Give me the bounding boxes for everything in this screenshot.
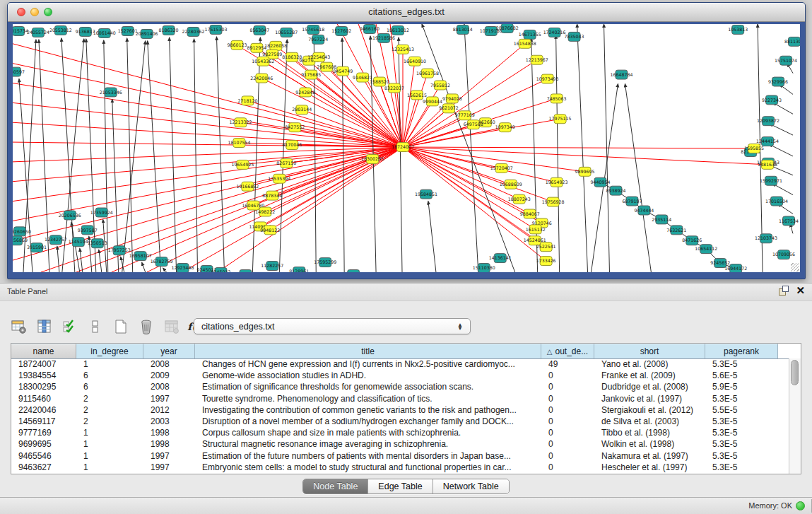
graph-node[interactable]: 18613012: [387, 25, 409, 35]
graph-node[interactable]: 1167534: [779, 216, 799, 226]
graph-node[interactable]: 10973493: [536, 74, 559, 83]
float-panel-icon[interactable]: [779, 286, 789, 296]
graph-node[interactable]: 19654923: [546, 177, 568, 187]
column-header-out_de[interactable]: △out_de...: [541, 344, 594, 358]
table-scrollbar[interactable]: [789, 358, 801, 474]
show-columns-icon[interactable]: [35, 317, 54, 336]
table-mode-icon[interactable]: [10, 317, 28, 336]
graph-node[interactable]: 15751074: [775, 56, 797, 65]
column-header-in_degree[interactable]: in_degree: [76, 344, 143, 358]
graph-node[interactable]: 22280362: [182, 27, 205, 36]
graph-node[interactable]: 9948122: [260, 226, 280, 235]
table-row[interactable]: 1830029562008Estimation of significance …: [11, 381, 789, 392]
graph-node[interactable]: 2630597: [13, 67, 25, 76]
table-row[interactable]: 969969511998Structural magnetic resonanc…: [11, 438, 789, 450]
graph-node[interactable]: 12923448: [172, 264, 194, 272]
graph-node[interactable]: 17016504: [765, 197, 788, 206]
graph-node[interactable]: 11156869: [13, 236, 28, 245]
graph-node[interactable]: 1498222: [255, 207, 275, 216]
scrollbar-thumb[interactable]: [791, 360, 799, 385]
graph-node[interactable]: 8186320: [159, 25, 179, 35]
graph-node[interactable]: 16648784: [610, 70, 632, 79]
graph-node[interactable]: 17975115: [549, 115, 572, 124]
graph-node[interactable]: 1350513: [88, 239, 107, 248]
table-selector-dropdown[interactable]: citations_edges.txt ▲▼: [194, 318, 471, 334]
delete-column-icon[interactable]: [137, 317, 155, 336]
table-row[interactable]: 1872400712008Changes of HCN gene express…: [11, 358, 789, 370]
close-panel-icon[interactable]: ✕: [796, 286, 805, 296]
graph-node[interactable]: 10688609: [500, 180, 522, 189]
select-columns-icon[interactable]: [61, 317, 79, 336]
graph-node[interactable]: 18226058: [264, 41, 287, 50]
graph-node[interactable]: 18807243: [508, 194, 531, 204]
graph-node[interactable]: 9621072: [439, 104, 459, 113]
graph-node[interactable]: 7632621: [666, 226, 686, 235]
graph-node[interactable]: 7955812: [430, 81, 450, 90]
graph-node[interactable]: 9466160: [360, 24, 379, 33]
graph-node[interactable]: 12213322: [229, 118, 252, 127]
graph-node[interactable]: 2522541: [536, 243, 556, 252]
graph-node[interactable]: 2803144: [292, 105, 312, 115]
graph-node[interactable]: 1145194: [69, 238, 88, 247]
graph-node[interactable]: 9794028: [442, 94, 462, 103]
graph-node[interactable]: 16944172: [724, 264, 747, 272]
graph-node[interactable]: 9242848: [295, 88, 315, 97]
graph-node[interactable]: 8471626: [682, 236, 702, 245]
graph-node[interactable]: 1733426: [536, 257, 556, 266]
graph-node[interactable]: 2015734: [13, 26, 28, 35]
graph-node[interactable]: 11282257: [261, 262, 283, 271]
graph-node[interactable]: 16154838: [514, 39, 536, 48]
graph-node[interactable]: 12325413: [392, 45, 414, 54]
graph-node[interactable]: 3915901: [27, 243, 47, 252]
graph-node[interactable]: 18107554: [228, 139, 250, 148]
graph-node[interactable]: 16640910: [404, 57, 426, 66]
graph-node[interactable]: 20553812: [49, 25, 72, 35]
graph-node[interactable]: 1527601: [118, 26, 138, 35]
graph-node[interactable]: 19584851: [415, 189, 437, 199]
new-column-icon[interactable]: [112, 317, 130, 336]
graph-node[interactable]: 12103743: [755, 234, 777, 243]
graph-node[interactable]: 10709056: [772, 250, 795, 259]
tab-edge-table[interactable]: Edge Table: [368, 479, 433, 493]
graph-node[interactable]: 7835043: [565, 32, 584, 41]
graph-node[interactable]: 4170046: [282, 141, 302, 150]
graph-node[interactable]: 13535394: [268, 174, 290, 183]
column-header-pagerank[interactable]: pagerank: [705, 344, 778, 358]
graph-node[interactable]: 9860123: [227, 40, 247, 49]
graph-node[interactable]: 17957253: [108, 246, 131, 255]
graph-node[interactable]: 9990444: [423, 97, 442, 106]
graph-node[interactable]: 14671355: [519, 30, 541, 39]
graph-node[interactable]: 16782759: [151, 257, 173, 267]
graph-node[interactable]: 20206536: [59, 211, 81, 220]
tab-network-table[interactable]: Network Table: [433, 479, 509, 493]
table-row[interactable]: 2242004622012Investigating the contribut…: [11, 404, 789, 416]
graph-node[interactable]: 12213967: [526, 55, 548, 64]
tab-node-table[interactable]: Node Table: [303, 479, 368, 493]
memory-status-indicator[interactable]: [796, 501, 805, 510]
graph-node[interactable]: 15745618: [302, 25, 324, 34]
graph-node[interactable]: 9227343: [762, 95, 782, 105]
graph-node[interactable]: 19756928: [542, 197, 565, 206]
graph-node[interactable]: 1097349: [495, 123, 515, 132]
graph-node[interactable]: 9899695: [575, 167, 595, 176]
table-row[interactable]: 1456911722003Disruption of a novel membe…: [11, 416, 789, 427]
graph-node[interactable]: 14136141: [489, 254, 512, 263]
graph-node[interactable]: 20891406: [136, 29, 158, 38]
table-row[interactable]: 977716911998Corpus callosum shape and si…: [11, 427, 789, 438]
graph-node[interactable]: 21053346: [100, 88, 122, 97]
graph-node[interactable]: 8128961: [289, 267, 309, 272]
graph-node[interactable]: 10654112: [695, 245, 717, 254]
column-header-short[interactable]: short: [594, 344, 705, 358]
column-header-name[interactable]: name: [11, 344, 76, 358]
graph-node[interactable]: 12093872: [757, 117, 779, 126]
graph-node[interactable]: 8322037: [384, 83, 404, 93]
graph-node[interactable]: 10543362: [252, 57, 274, 66]
graph-node[interactable]: 1053813: [728, 25, 748, 34]
graph-node[interactable]: 17240216: [543, 28, 566, 37]
graph-node[interactable]: 8938924: [606, 186, 625, 195]
graph-node[interactable]: 7485063: [547, 94, 567, 103]
graph-node[interactable]: 9329966: [768, 77, 788, 86]
graph-node[interactable]: 22420046: [250, 74, 273, 83]
graph-node[interactable]: 1527602: [331, 26, 351, 35]
graph-node[interactable]: 9136817: [76, 27, 95, 36]
